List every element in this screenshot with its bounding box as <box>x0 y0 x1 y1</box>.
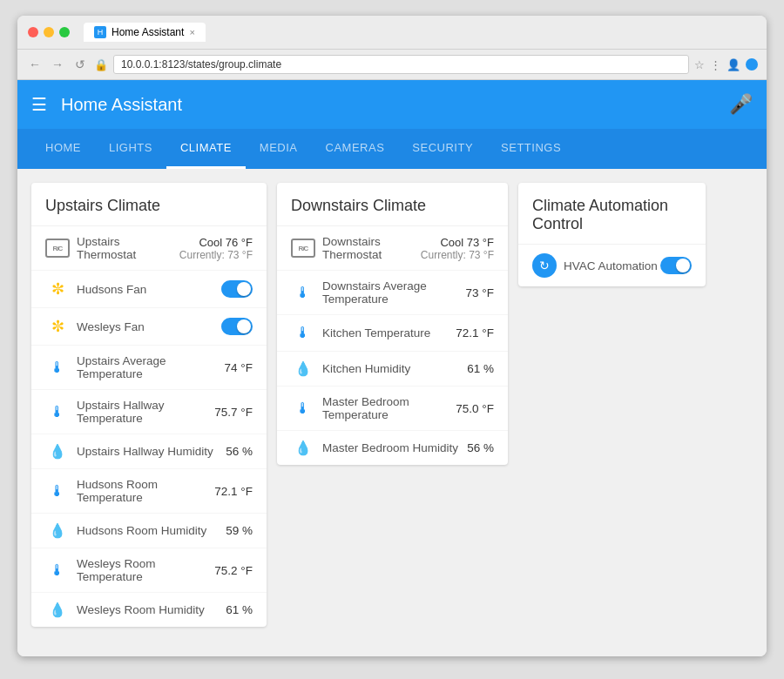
mic-icon[interactable]: 🎤 <box>729 93 753 116</box>
wesleys-fan-row[interactable]: ✼ Wesleys Fan <box>31 308 267 346</box>
hudsons-room-temp-value: 72.1 °F <box>214 485 253 498</box>
hudsons-room-temp-row[interactable]: 🌡 Hudsons Room Temperature 72.1 °F <box>31 469 267 514</box>
automation-card: Climate Automation Control ↻ HVAC Automa… <box>518 183 706 286</box>
wesleys-room-humidity-name: Wesleys Room Humidity <box>77 603 226 616</box>
temp-icon-2: 🌡 <box>45 403 70 421</box>
hudsons-fan-toggle[interactable] <box>221 280 253 298</box>
fan-icon-2: ✼ <box>45 317 70 336</box>
wesleys-room-temp-name: Wesleys Room Temperature <box>77 557 214 583</box>
humidity-icon-d1: 💧 <box>291 360 315 377</box>
hudsons-room-humidity-value: 59 % <box>226 524 253 537</box>
close-button[interactable] <box>28 27 38 37</box>
ha-status-icon <box>746 58 758 71</box>
upstairs-thermostat-current: Currently: 73 °F <box>179 249 253 261</box>
temp-icon-3: 🌡 <box>45 482 70 501</box>
tab-media[interactable]: MEDIA <box>246 129 312 169</box>
tab-favicon: H <box>94 26 106 38</box>
kitchen-temp-value: 72.1 °F <box>456 326 494 340</box>
temp-icon-4: 🌡 <box>45 561 70 580</box>
address-bar: ← → ↺ 🔒 ☆ ⋮ 👤 <box>17 50 767 80</box>
master-bedroom-temp-name: Master Bedroom Temperature <box>322 395 456 421</box>
hvac-toggle-knob <box>676 259 690 272</box>
traffic-lights <box>28 27 70 37</box>
tab-home[interactable]: HOME <box>31 129 95 169</box>
back-button[interactable]: ← <box>26 56 44 73</box>
tab-title: Home Assistant <box>112 26 184 38</box>
downstairs-thermostat-current: Currently: 73 °F <box>421 249 494 261</box>
kitchen-temp-row[interactable]: 🌡 Kitchen Temperature 72.1 °F <box>277 315 508 352</box>
hudsons-room-humidity-name: Hudsons Room Humidity <box>77 524 226 537</box>
tab-climate[interactable]: CLIMATE <box>166 129 246 169</box>
browser-titlebar: H Home Assistant × <box>17 16 767 50</box>
master-bedroom-humidity-row[interactable]: 💧 Master Bedroom Humidity 56 % <box>277 431 508 465</box>
kitchen-humidity-row[interactable]: 💧 Kitchen Humidity 61 % <box>277 352 508 387</box>
hvac-automation-name: HVAC Automation <box>564 259 660 272</box>
downstairs-thermostat-row[interactable]: R/C Downstairs Thermostat Cool 73 °F Cur… <box>277 226 508 271</box>
toggle-knob <box>237 282 251 296</box>
temp-icon-d2: 🌡 <box>291 324 315 342</box>
hvac-automation-row[interactable]: ↻ HVAC Automation <box>518 245 706 286</box>
tab-security[interactable]: SECURITY <box>398 129 487 169</box>
wesleys-fan-toggle[interactable] <box>221 318 253 335</box>
tab-cameras[interactable]: CAMERAS <box>312 129 399 169</box>
upstairs-hallway-humidity-row[interactable]: 💧 Upstairs Hallway Humidity 56 % <box>31 434 267 469</box>
refresh-button[interactable]: ↺ <box>71 56 89 73</box>
downstairs-avg-temp-row[interactable]: 🌡 Downstairs Average Temperature 73 °F <box>277 271 508 315</box>
bookmark-icon: ☆ <box>694 58 705 71</box>
downstairs-climate-card: Downstairs Climate R/C Downstairs Thermo… <box>277 183 508 465</box>
temp-icon-d3: 🌡 <box>291 400 315 418</box>
menu-icon: ⋮ <box>710 58 721 71</box>
tab-close-button[interactable]: × <box>189 27 194 37</box>
wesleys-fan-name: Wesleys Fan <box>77 320 221 333</box>
tab-lights[interactable]: LIGHTS <box>95 129 166 169</box>
ac-icon-down: R/C <box>291 239 315 258</box>
upstairs-card-title: Upstairs Climate <box>31 183 267 226</box>
forward-button[interactable]: → <box>49 56 66 73</box>
wesleys-room-humidity-value: 61 % <box>226 603 253 616</box>
kitchen-temp-name: Kitchen Temperature <box>322 326 456 340</box>
tab-settings[interactable]: SETTINGS <box>487 129 575 169</box>
wesleys-room-temp-value: 75.2 °F <box>214 564 253 577</box>
downstairs-avg-temp-value: 73 °F <box>466 286 494 299</box>
upstairs-hallway-temp-value: 75.7 °F <box>214 406 253 419</box>
wesleys-room-temp-row[interactable]: 🌡 Wesleys Room Temperature 75.2 °F <box>31 548 267 593</box>
upstairs-avg-temp-row[interactable]: 🌡 Upstairs Average Temperature 74 °F <box>31 346 267 390</box>
master-bedroom-temp-row[interactable]: 🌡 Master Bedroom Temperature 75.0 °F <box>277 387 508 431</box>
lock-icon: 🔒 <box>94 58 108 71</box>
humidity-icon-2: 💧 <box>45 522 70 539</box>
hudsons-fan-name: Hudsons Fan <box>77 283 221 296</box>
nav-tabs: HOME LIGHTS CLIMATE MEDIA CAMERAS SECURI… <box>17 129 767 169</box>
hudsons-room-humidity-row[interactable]: 💧 Hudsons Room Humidity 59 % <box>31 514 267 548</box>
url-input[interactable] <box>113 55 689 74</box>
hudsons-fan-row[interactable]: ✼ Hudsons Fan <box>31 271 267 308</box>
downstairs-avg-temp-name: Downstairs Average Temperature <box>322 279 466 306</box>
main-content: Upstairs Climate R/C Upstairs Thermostat… <box>17 169 767 656</box>
maximize-button[interactable] <box>59 27 70 37</box>
upstairs-hallway-temp-row[interactable]: 🌡 Upstairs Hallway Temperature 75.7 °F <box>31 390 267 434</box>
downstairs-thermostat-value: Cool 73 °F Currently: 73 °F <box>421 236 494 261</box>
temp-icon-d1: 🌡 <box>291 284 315 302</box>
downstairs-thermostat-name: Downstairs Thermostat <box>322 235 421 261</box>
ac-icon: R/C <box>45 239 70 258</box>
automation-card-title: Climate Automation Control <box>518 183 706 245</box>
upstairs-avg-temp-name: Upstairs Average Temperature <box>77 354 225 380</box>
kitchen-humidity-value: 61 % <box>467 362 494 375</box>
upstairs-thermostat-cool: Cool 76 °F <box>199 236 253 249</box>
automation-icon: ↻ <box>532 253 557 278</box>
master-bedroom-temp-value: 75.0 °F <box>456 402 494 415</box>
upstairs-thermostat-row[interactable]: R/C Upstairs Thermostat Cool 76 °F Curre… <box>31 226 267 271</box>
downstairs-card-title: Downstairs Climate <box>277 183 508 226</box>
temp-icon: 🌡 <box>45 359 70 377</box>
app-header: ☰ Home Assistant 🎤 <box>17 80 767 129</box>
upstairs-climate-card: Upstairs Climate R/C Upstairs Thermostat… <box>31 183 267 627</box>
hvac-automation-toggle[interactable] <box>660 257 692 274</box>
toggle-knob-2 <box>237 319 251 333</box>
minimize-button[interactable] <box>44 27 54 37</box>
humidity-icon-3: 💧 <box>45 602 70 618</box>
browser-tab[interactable]: H Home Assistant × <box>84 23 206 42</box>
kitchen-humidity-name: Kitchen Humidity <box>322 362 467 375</box>
hamburger-menu[interactable]: ☰ <box>31 94 47 115</box>
profile-icon: 👤 <box>727 58 740 71</box>
wesleys-room-humidity-row[interactable]: 💧 Wesleys Room Humidity 61 % <box>31 593 267 627</box>
browser-window: H Home Assistant × ← → ↺ 🔒 ☆ ⋮ 👤 ☰ Home … <box>17 16 767 656</box>
